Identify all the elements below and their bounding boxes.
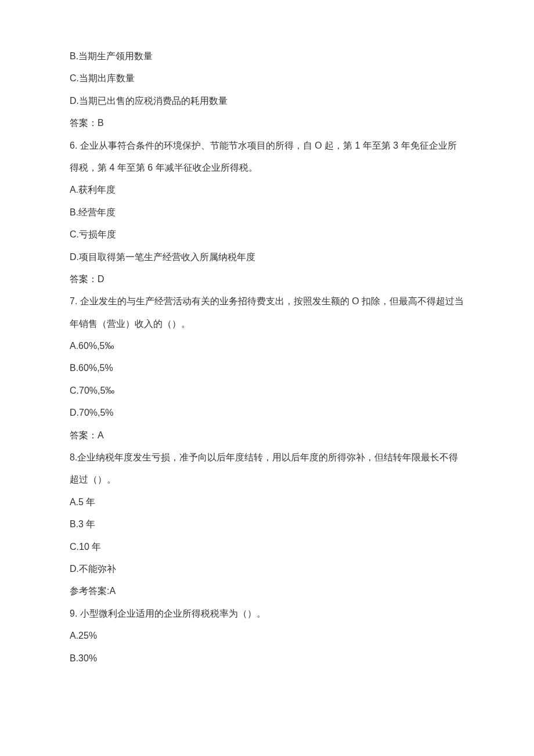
option-b: B.当期生产领用数量 <box>70 45 464 67</box>
option-a: A.获利年度 <box>70 179 464 201</box>
option-c: C.当期出库数量 <box>70 67 464 89</box>
option-b: B.经营年度 <box>70 201 464 224</box>
option-c: C.亏损年度 <box>70 224 464 246</box>
question-9: 9. 小型微利企业适用的企业所得税税率为（）。 <box>70 603 464 625</box>
document-page: B.当期生产领用数量 C.当期出库数量 D.当期已出售的应税消费品的耗用数量 答… <box>0 0 534 704</box>
option-c: C.10 年 <box>70 536 464 558</box>
option-d: D.项目取得第一笔生产经营收入所属纳税年度 <box>70 246 464 268</box>
option-d: D.不能弥补 <box>70 558 464 580</box>
answer: 答案：D <box>70 268 464 290</box>
option-b: B.60%,5% <box>70 357 464 379</box>
option-c: C.70%,5‰ <box>70 380 464 402</box>
option-b: B.30% <box>70 647 464 669</box>
option-a: A.5 年 <box>70 491 464 513</box>
option-d: D.70%,5% <box>70 402 464 424</box>
question-6: 6. 企业从事符合条件的环境保护、节能节水项目的所得，自 O 起，第 1 年至第… <box>70 135 464 179</box>
question-7: 7. 企业发生的与生产经营活动有关的业务招待费支出，按照发生额的 O 扣除，但最… <box>70 290 464 335</box>
question-8: 8.企业纳税年度发生亏损，准予向以后年度结转，用以后年度的所得弥补，但结转年限最… <box>70 447 464 491</box>
option-a: A.25% <box>70 625 464 647</box>
answer: 答案：A <box>70 424 464 447</box>
answer: 答案：B <box>70 112 464 134</box>
option-a: A.60%,5‰ <box>70 335 464 357</box>
option-b: B.3 年 <box>70 513 464 535</box>
option-d: D.当期已出售的应税消费品的耗用数量 <box>70 90 464 112</box>
answer: 参考答案:A <box>70 580 464 602</box>
